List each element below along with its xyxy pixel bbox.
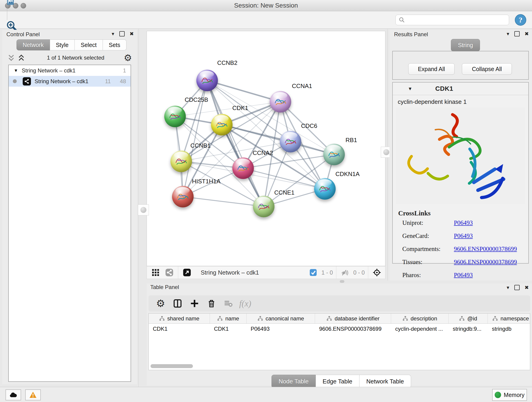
column-type-icon [257, 316, 263, 322]
open-in-window-icon[interactable] [182, 268, 191, 277]
crosslink-link[interactable]: P06493 [454, 219, 473, 226]
table-cell[interactable]: P06493 [247, 326, 315, 332]
export-image-button[interactable] [5, 0, 19, 6]
collection-expand-icon[interactable]: ▼ [14, 68, 18, 73]
birdseye-grid-icon[interactable] [151, 268, 160, 277]
protein-ribbon-thumbnail [257, 201, 270, 213]
table-cell[interactable]: stringdb [488, 326, 530, 332]
column-header-namespace[interactable]: namespace [488, 313, 530, 323]
column-header-canonical-name[interactable]: canonical name [247, 313, 315, 323]
node-cdkn1a[interactable] [314, 178, 336, 200]
tab-string[interactable]: String [451, 39, 480, 51]
node-hist1h1a[interactable] [172, 186, 194, 207]
node-label-ccnb2: CCNB2 [217, 59, 237, 66]
crosslink-link[interactable]: P06493 [454, 232, 473, 240]
tab-network[interactable]: Network [17, 39, 50, 51]
column-type-icon [217, 316, 223, 322]
node-ccnb1[interactable] [171, 151, 192, 172]
network-edge[interactable] [183, 197, 264, 206]
protein-header[interactable]: ▼ CDK1 [393, 83, 528, 95]
tab-select[interactable]: Select [75, 39, 103, 51]
table-settings-gear-icon[interactable]: ⚙ [155, 298, 166, 309]
network-edge[interactable] [207, 80, 264, 206]
search-input[interactable] [407, 17, 506, 23]
control-panel-tabs: NetworkStyleSelectSets [17, 39, 127, 51]
search-field[interactable] [395, 15, 509, 25]
column-header-description[interactable]: description [391, 313, 449, 323]
tab-network-table[interactable]: Network Table [360, 375, 411, 388]
delete-table-icon[interactable] [223, 298, 234, 309]
node-ccna1[interactable] [270, 91, 291, 113]
network-edge[interactable] [207, 80, 280, 102]
panel-close-icon[interactable]: ✖ [130, 32, 134, 36]
string-share-icon[interactable] [165, 268, 174, 277]
selected-checkbox-icon[interactable] [309, 268, 318, 277]
column-header-shared-name[interactable]: shared name [149, 313, 210, 323]
warning-button[interactable] [25, 389, 41, 400]
help-button[interactable]: ? [514, 13, 527, 26]
function-builder-icon[interactable]: f(x) [239, 298, 251, 308]
tab-node-table[interactable]: Node Table [272, 375, 316, 388]
horizontal-splitter-handle[interactable] [340, 280, 344, 283]
collapse-all-icon[interactable] [7, 54, 15, 62]
panel-menu-icon[interactable]: ▾ [112, 32, 114, 36]
table-hscrollbar[interactable] [151, 364, 193, 368]
crosslink-label: Tissues: [402, 259, 454, 266]
panel-close-icon[interactable]: ✖ [525, 32, 529, 36]
node-table[interactable]: shared namenamecanonical namedatabase id… [148, 313, 530, 370]
collapse-all-button[interactable]: Collapse All [462, 63, 512, 75]
crosslink-link[interactable]: 9606.ENSP00000378699 [454, 245, 517, 253]
network-list-header: 1 of 1 Network selected ⚙ [7, 52, 132, 63]
panel-menu-icon[interactable]: ▾ [507, 32, 509, 36]
memory-button[interactable]: Memory [492, 389, 527, 401]
hidden-eye-icon[interactable] [341, 268, 350, 277]
tab-edge-table[interactable]: Edge Table [316, 375, 360, 388]
table-row[interactable]: CDK1CDK1P064939606.ENSP00000378699cyclin… [149, 324, 530, 334]
center-view-crosshair-icon[interactable] [372, 268, 381, 277]
tab-sets[interactable]: Sets [103, 39, 127, 51]
panel-close-icon[interactable]: ✖ [525, 285, 529, 290]
node-cdk1[interactable] [211, 114, 233, 135]
left-splitter-handle[interactable] [138, 204, 149, 216]
protein-collapse-icon[interactable]: ▼ [408, 86, 412, 91]
panel-float-icon[interactable] [514, 31, 520, 36]
crosslink-link[interactable]: 9606.ENSP00000378699 [454, 259, 517, 266]
node-label-cdk1: CDK1 [232, 104, 248, 112]
node-rb1[interactable] [323, 144, 345, 165]
delete-column-icon[interactable] [206, 298, 217, 309]
table-cell[interactable]: cyclin-dependent ... [391, 326, 449, 332]
node-cdc6[interactable] [280, 131, 301, 153]
table-cell[interactable]: CDK1 [149, 326, 210, 332]
node-ccnb2[interactable] [196, 70, 218, 91]
crosslink-link[interactable]: P06493 [454, 272, 473, 279]
node-label-ccne1: CCNE1 [274, 189, 294, 196]
network-canvas[interactable]: CCNB2 CCNA1 CDC25B CDK1 CDC6 RB1 [147, 31, 385, 266]
network-collection-row[interactable]: ▼ String Network – cdk1 1 [9, 65, 131, 76]
create-column-icon[interactable] [189, 298, 200, 309]
status-bar: Memory [0, 387, 532, 402]
protein-ribbon-thumbnail [236, 162, 250, 175]
panel-float-icon[interactable] [514, 285, 520, 290]
expand-all-icon[interactable] [17, 54, 25, 62]
table-cell[interactable]: 9606.ENSP00000378699 [315, 326, 391, 332]
column-header--id[interactable]: @id [449, 313, 488, 323]
column-header-database-identifier[interactable]: database identifier [315, 313, 391, 323]
warning-icon [29, 391, 37, 398]
network-options-gear-icon[interactable]: ⚙ [124, 53, 132, 62]
panel-float-icon[interactable] [119, 31, 125, 36]
node-ccne1[interactable] [253, 196, 274, 217]
cloud-button[interactable] [6, 389, 21, 400]
network-row[interactable]: String Network – cdk1 11 48 [9, 76, 131, 87]
panel-menu-icon[interactable]: ▾ [507, 285, 509, 290]
node-ccna2[interactable] [232, 157, 254, 179]
show-column-icon[interactable] [172, 298, 183, 309]
expand-all-button[interactable]: Expand All [408, 63, 455, 75]
tab-style[interactable]: Style [50, 39, 75, 51]
column-header-name[interactable]: name [210, 313, 247, 323]
table-cell[interactable]: stringdb:9... [449, 326, 488, 332]
network-selection-status: 1 of 1 Network selected [27, 55, 124, 61]
protein-ribbon-thumbnail [318, 183, 331, 196]
table-cell[interactable]: CDK1 [210, 326, 247, 332]
node-cdc25b[interactable] [164, 106, 186, 127]
protein-details-box: ▼ CDK1 cyclin-dependent kinase 1 [392, 82, 529, 264]
